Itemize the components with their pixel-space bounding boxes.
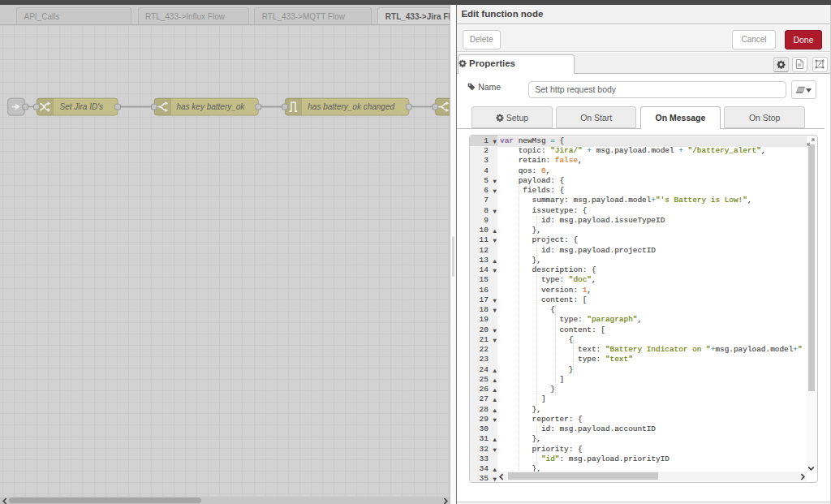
svg-text:has battery_ok changed: has battery_ok changed [308, 102, 394, 111]
svg-text:Set Jira ID's: Set Jira ID's [60, 102, 104, 111]
svg-text:has key battery_ok: has key battery_ok [176, 102, 245, 111]
